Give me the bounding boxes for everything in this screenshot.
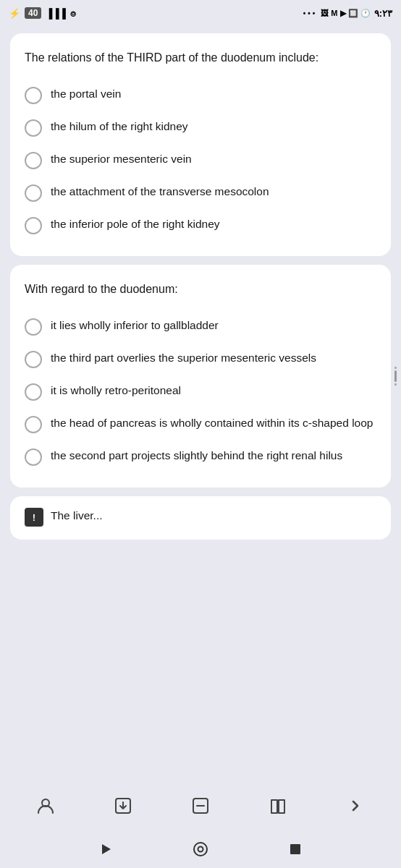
status-icons: ••• — [303, 9, 318, 17]
radio-q1a[interactable] — [25, 87, 42, 104]
minus-square-icon — [191, 796, 210, 815]
stop-icon — [289, 843, 302, 856]
lightning-icon: ⚡ — [9, 8, 20, 19]
option-q2d[interactable]: the head of pancreas is wholly contained… — [25, 408, 376, 441]
status-bar: ⚡ 40 ▐▐▐ ⌾ ••• 🖼 M ▶ 🔲 🕐 ٩:٢٣ — [0, 0, 401, 26]
option-text-q1c: the superior mesenteric vein — [51, 151, 192, 167]
wifi-icon: ⌾ — [70, 8, 76, 19]
stop-button[interactable] — [282, 836, 308, 862]
nav-person-button[interactable] — [28, 788, 63, 823]
question-title-1: The relations of the THIRD part of the d… — [25, 49, 376, 66]
option-text-q2a: it lies wholly inferior to gallbladder — [51, 318, 219, 333]
option-text-q1a: the portal vein — [51, 86, 121, 102]
options-list-1: the portal vein the hilum of the right k… — [25, 79, 376, 242]
option-q1a[interactable]: the portal vein — [25, 79, 376, 111]
nav-book-button[interactable] — [261, 788, 295, 823]
home-button[interactable] — [187, 836, 214, 862]
radio-q2e[interactable] — [25, 448, 42, 466]
radio-q1c[interactable] — [25, 152, 42, 169]
book-icon — [269, 796, 287, 815]
content-area: The relations of the THIRD part of the d… — [0, 26, 401, 781]
nav-download-button[interactable] — [106, 788, 140, 823]
status-right: ••• 🖼 M ▶ 🔲 🕐 ٩:٢٣ — [303, 8, 392, 19]
question-title-2: With regard to the duodenum: — [25, 281, 376, 297]
play-icon — [98, 842, 113, 856]
question-block-icon: ! — [25, 508, 43, 527]
chevron-right-icon — [346, 796, 365, 815]
option-q1b[interactable]: the hilum of the right kidney — [25, 111, 376, 144]
play-button[interactable] — [93, 836, 119, 862]
preview-card: ! The liver... — [10, 496, 391, 540]
radio-q1b[interactable] — [25, 119, 42, 137]
svg-point-4 — [194, 843, 207, 856]
option-q1c[interactable]: the superior mesenteric vein — [25, 144, 376, 176]
option-text-q2b: the third part overlies the superior mes… — [51, 350, 316, 366]
radio-q2c[interactable] — [25, 383, 42, 401]
option-text-q2e: the second part projects slightly behind… — [51, 448, 342, 464]
preview-title: The liver... — [51, 508, 103, 524]
option-q2a[interactable]: it lies wholly inferior to gallbladder — [25, 310, 376, 343]
radio-q1e[interactable] — [25, 217, 42, 234]
radio-q2d[interactable] — [25, 416, 42, 433]
option-text-q1b: the hilum of the right kidney — [51, 119, 188, 135]
download-icon — [114, 796, 132, 815]
time: ٩:٢٣ — [374, 8, 392, 19]
option-text-q2d: the head of pancreas is wholly contained… — [51, 415, 373, 431]
radio-q2b[interactable] — [25, 351, 42, 368]
option-q1d[interactable]: the attachment of the transverse mesocol… — [25, 176, 376, 209]
option-q2c[interactable]: it is wholly retro-peritoneal — [25, 375, 376, 408]
svg-marker-3 — [102, 844, 111, 854]
option-text-q1d: the attachment of the transverse mesocol… — [51, 184, 269, 200]
bottom-nav — [0, 781, 401, 830]
svg-rect-6 — [290, 844, 300, 854]
status-left: ⚡ 40 ▐▐▐ ⌾ — [9, 7, 76, 19]
option-text-q1e: the inferior pole of the right kidney — [51, 216, 220, 232]
option-text-q2c: it is wholly retro-peritoneal — [51, 383, 181, 399]
nav-next-button[interactable] — [338, 788, 373, 823]
question-card-1: The relations of the THIRD part of the d… — [10, 33, 391, 256]
person-icon — [36, 796, 55, 815]
question-card-2: With regard to the duodenum: it lies who… — [10, 265, 391, 488]
extra-icons: 🖼 M ▶ 🔲 🕐 — [321, 9, 370, 18]
signal-icon: ▐▐▐ — [46, 8, 66, 19]
options-list-2: it lies wholly inferior to gallbladder t… — [25, 310, 376, 473]
radio-q1d[interactable] — [25, 184, 42, 202]
nav-minus-button[interactable] — [183, 788, 218, 823]
option-q2e[interactable]: the second part projects slightly behind… — [25, 441, 376, 473]
scroll-indicator — [394, 367, 397, 386]
battery-indicator: 40 — [25, 7, 41, 19]
home-circle-icon — [193, 841, 208, 857]
option-q1e[interactable]: the inferior pole of the right kidney — [25, 209, 376, 242]
svg-point-5 — [198, 847, 203, 852]
option-q2b[interactable]: the third part overlies the superior mes… — [25, 343, 376, 375]
system-nav — [0, 830, 401, 868]
radio-q2a[interactable] — [25, 318, 42, 336]
